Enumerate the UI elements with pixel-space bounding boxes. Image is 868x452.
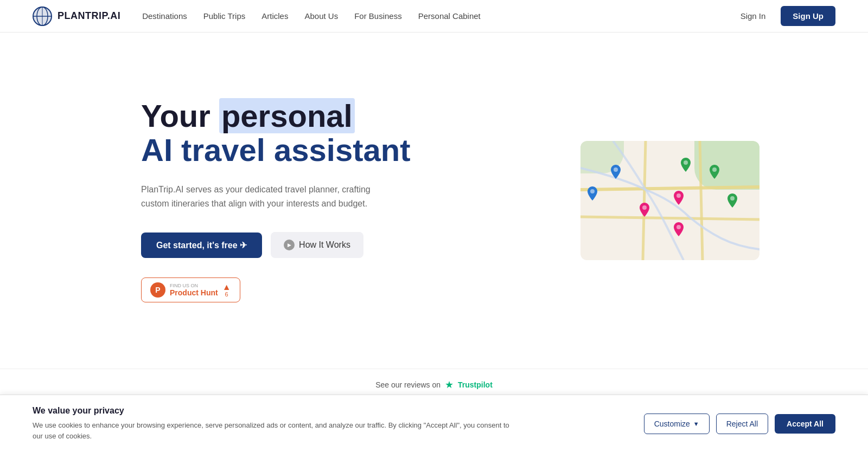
nav-articles[interactable]: Articles [261,11,288,21]
navbar-left: PLANTRIP.AI Destinations Public Trips Ar… [33,7,481,26]
hero-actions: Get started, it's free ✈ ▶ How It Works [141,232,410,258]
pin-svg [681,158,691,172]
hero-title: Your personal AI travel assistant [141,99,410,168]
map-pin-7 [727,193,737,208]
sign-in-button[interactable]: Sign In [734,7,773,25]
map-pin-5 [681,158,691,172]
product-hunt-find: FIND US ON [170,283,218,288]
nav-links: Destinations Public Trips Articles About… [142,11,481,21]
pin-svg [674,222,684,236]
cookie-banner: We value your privacy We use cookies to … [0,395,868,401]
logo[interactable]: PLANTRIP.AI [33,7,120,26]
logo-text: PLANTRIP.AI [58,10,120,22]
nav-for-business[interactable]: For Business [354,11,402,21]
svg-point-10 [590,189,595,193]
svg-point-12 [676,225,681,229]
navbar-right: Sign In Sign Up [734,6,835,26]
svg-line-5 [580,187,760,190]
pin-svg [674,191,684,205]
map-pin-3 [674,222,684,236]
svg-point-16 [730,196,735,201]
map-pin-6 [710,165,719,179]
pin-svg [640,203,649,217]
get-started-button[interactable]: Get started, it's free ✈ [141,233,262,258]
trustpilot-star: ★ [445,379,454,391]
hero-right [580,141,760,260]
hero-title-line1: Your personal [141,98,355,133]
map-pin-1 [588,186,597,201]
hero-title-line2: AI travel assistant [141,132,410,167]
svg-point-9 [614,167,618,172]
play-icon: ▶ [284,240,295,250]
svg-line-7 [643,141,646,260]
svg-point-14 [684,160,688,165]
svg-point-13 [676,193,681,198]
svg-line-8 [700,141,703,260]
hero-subtitle: PlanTrip.AI serves as your dedicated tra… [141,183,380,210]
svg-point-15 [712,167,717,172]
sign-up-button[interactable]: Sign Up [781,6,835,26]
map-pin-2 [640,203,649,217]
product-hunt-text: FIND US ON Product Hunt [170,283,218,297]
product-hunt-arrow: ▲ 6 [222,283,231,298]
pin-svg [727,193,737,208]
product-hunt-badge[interactable]: P FIND US ON Product Hunt ▲ 6 [141,277,240,302]
hero-highlight: personal [219,98,355,133]
svg-point-11 [642,205,647,210]
nav-personal-cabinet[interactable]: Personal Cabinet [418,11,481,21]
how-it-works-button[interactable]: ▶ How It Works [271,232,363,258]
pin-svg [588,186,597,201]
navbar: PLANTRIP.AI Destinations Public Trips Ar… [0,0,868,33]
how-works-label: How It Works [299,240,350,250]
map-pin-0 [611,165,621,179]
nav-public-trips[interactable]: Public Trips [203,11,246,21]
hero-left: Your personal AI travel assistant PlanTr… [141,99,410,303]
nav-about-us[interactable]: About Us [304,11,338,21]
pin-svg [611,165,621,179]
map-pin-4 [674,191,684,205]
hero-section: Your personal AI travel assistant PlanTr… [0,33,868,369]
svg-line-6 [580,217,760,219]
product-hunt-icon: P [150,282,165,298]
logo-icon [33,7,52,26]
map-illustration [580,141,760,260]
trustpilot-name: Trustpilot [458,380,493,389]
trustpilot-label: See our reviews on [375,380,441,389]
product-hunt-name: Product Hunt [170,288,218,297]
pin-svg [710,165,719,179]
nav-destinations[interactable]: Destinations [142,11,187,21]
